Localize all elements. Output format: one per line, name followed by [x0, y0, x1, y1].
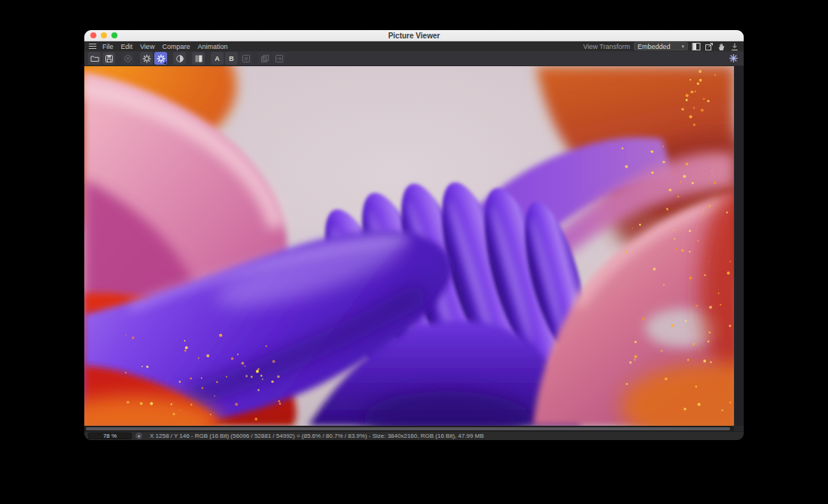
- menu-view[interactable]: View: [140, 43, 154, 50]
- image-canvas[interactable]: [84, 66, 744, 426]
- toolbar: A B: [84, 51, 744, 66]
- menu-file[interactable]: File: [102, 43, 114, 50]
- swap-ab-button: [239, 52, 252, 65]
- titlebar[interactable]: Picture Viewer: [84, 30, 744, 41]
- close-button[interactable]: [90, 32, 96, 38]
- view-transform-select[interactable]: Embedded ▾: [634, 42, 688, 50]
- view-transform-value: Embedded: [638, 43, 681, 50]
- window-title: Picture Viewer: [388, 32, 440, 40]
- copy-button: [258, 52, 271, 65]
- rendered-image[interactable]: [84, 66, 734, 426]
- traffic-lights: [90, 30, 117, 41]
- hamburger-icon[interactable]: [89, 44, 96, 50]
- minimize-button[interactable]: [101, 32, 107, 38]
- horizontal-scrollbar[interactable]: [84, 426, 744, 431]
- vertical-scrollbar[interactable]: [734, 66, 744, 426]
- menu-edit[interactable]: Edit: [121, 43, 133, 50]
- zoom-dropdown-button[interactable]: ▾: [135, 433, 142, 439]
- link-button: [272, 52, 285, 65]
- scrollbar-corner: [734, 426, 744, 431]
- filter-settings-button[interactable]: [154, 52, 167, 65]
- download-icon[interactable]: [730, 42, 739, 51]
- compare-panels-button[interactable]: [192, 52, 205, 65]
- split-view-icon[interactable]: [692, 42, 701, 51]
- artwork-svg: [84, 66, 734, 426]
- open-button[interactable]: [88, 52, 101, 65]
- render-settings-button[interactable]: [140, 52, 153, 65]
- view-transform-label: View Transform: [583, 43, 630, 50]
- menu-compare[interactable]: Compare: [162, 43, 190, 50]
- zoom-input[interactable]: [88, 433, 132, 439]
- stop-render-button: [121, 52, 134, 65]
- menubar: File Edit View Compare Animation View Tr…: [84, 41, 744, 51]
- picture-viewer-window: Picture Viewer File Edit View Compare An…: [84, 30, 744, 440]
- menu-animation[interactable]: Animation: [197, 43, 227, 50]
- set-version-b-button[interactable]: B: [225, 52, 238, 65]
- pixel-info: X 1258 / Y 146 - RGB (16 Bit) (56096 / 5…: [150, 433, 484, 439]
- statusbar: ▾ X 1258 / Y 146 - RGB (16 Bit) (56096 /…: [84, 431, 744, 440]
- pan-hand-icon[interactable]: [717, 42, 726, 51]
- color-profile-icon[interactable]: [727, 52, 740, 65]
- contrast-button[interactable]: [173, 52, 186, 65]
- horizontal-scrollbar-thumb[interactable]: [86, 427, 730, 430]
- open-external-icon[interactable]: [705, 42, 714, 51]
- save-button[interactable]: [102, 52, 115, 65]
- chevron-down-icon: ▾: [681, 44, 684, 49]
- set-version-a-button[interactable]: A: [211, 52, 224, 65]
- zoom-button[interactable]: [111, 32, 117, 38]
